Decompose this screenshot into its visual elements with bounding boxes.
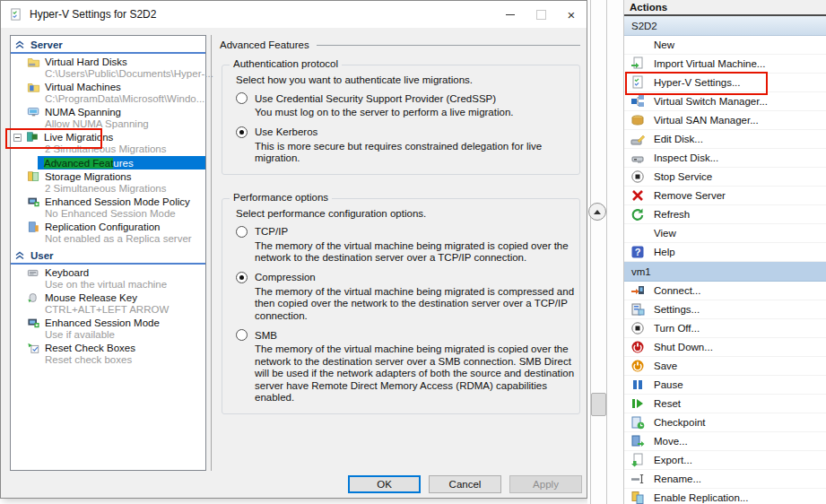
- radio-checked-icon[interactable]: [236, 272, 248, 283]
- action-rename[interactable]: Rename...: [624, 470, 826, 489]
- radio-unchecked-icon[interactable]: [236, 92, 248, 104]
- radio-kerberos[interactable]: Use Kerberos: [236, 126, 570, 138]
- screen: { "window": { "title": "Hyper-V Settings…: [0, 0, 826, 504]
- action-stop-service[interactable]: Stop Service: [624, 168, 826, 187]
- close-button[interactable]: ×: [556, 2, 587, 28]
- inspect-disk-icon: [630, 151, 645, 165]
- action-settings[interactable]: Settings...: [624, 300, 826, 319]
- tree-item-label: NUMA Spanning: [45, 107, 121, 117]
- titlebar[interactable]: Hyper-V Settings for S2D2 ×: [1, 1, 587, 28]
- tree-item-sublabel: C:\ProgramData\Microsoft\Windo...: [11, 93, 205, 105]
- help-icon: ?: [630, 245, 645, 259]
- tree-item-virtual-machines[interactable]: Virtual Machines C:\ProgramData\Microsof…: [11, 81, 205, 105]
- action-shut-down[interactable]: Shut Down...: [624, 338, 826, 357]
- radio-checked-icon[interactable]: [236, 126, 248, 138]
- tree-item-advanced-features-selected[interactable]: Advanced Features: [38, 156, 205, 169]
- dialog-buttons: OK Cancel Apply: [348, 475, 582, 493]
- tree-item-replication-configuration[interactable]: Replication Configuration Not enabled as…: [11, 221, 205, 245]
- action-label: Pause: [654, 379, 683, 390]
- action-label: Remove Server: [654, 190, 726, 201]
- radio-description: The memory of the virtual machine being …: [255, 240, 585, 265]
- blank-icon: [630, 226, 645, 240]
- tree-item-reset-check-boxes[interactable]: Reset Check Boxes Reset check boxes: [11, 342, 205, 366]
- action-move[interactable]: Move...: [624, 432, 826, 451]
- numa-spanning-icon: [27, 106, 40, 118]
- tree-item-mouse-release-key[interactable]: Mouse Release Key CTRL+ALT+LEFT ARROW: [11, 291, 205, 316]
- collapse-expander-icon[interactable]: [13, 134, 22, 142]
- action-edit-disk[interactable]: Edit Disk...: [624, 130, 826, 149]
- tree-item-numa-spanning[interactable]: NUMA Spanning Allow NUMA Spanning: [11, 106, 205, 130]
- ok-button[interactable]: OK: [348, 475, 421, 493]
- cancel-button[interactable]: Cancel: [429, 475, 501, 493]
- action-inspect-disk[interactable]: Inspect Disk...: [624, 149, 826, 168]
- tree-item-label: Live Migrations: [44, 132, 113, 143]
- action-new[interactable]: New: [624, 36, 826, 55]
- dialog-body: Server Virtual Hard Disks C:\Users\Publi…: [1, 28, 587, 498]
- action-label: Rename...: [654, 474, 701, 484]
- action-virtual-san-manager[interactable]: Virtual SAN Manager...: [624, 111, 826, 130]
- panel-title: Advanced Features: [220, 39, 309, 50]
- action-help-s2d2[interactable]: ? Help: [624, 243, 826, 262]
- tree-item-storage-migrations[interactable]: Storage Migrations 2 Simultaneous Migrat…: [11, 170, 205, 195]
- minimize-button[interactable]: [495, 2, 526, 28]
- action-pause[interactable]: Pause: [624, 376, 826, 395]
- action-reset[interactable]: Reset: [624, 395, 826, 413]
- tree-item-virtual-hard-disks[interactable]: Virtual Hard Disks C:\Users\Public\Docum…: [11, 56, 205, 80]
- keyboard-icon: [27, 266, 40, 279]
- tree-item-sublabel: C:\Users\Public\Documents\Hyper-...: [11, 68, 205, 80]
- action-connect[interactable]: Connect...: [624, 282, 826, 300]
- action-import-virtual-machine[interactable]: Import Virtual Machine...: [624, 55, 826, 74]
- tree-item-live-migrations[interactable]: Live Migrations 2 Simultaneous Migration…: [11, 131, 205, 155]
- radio-unchecked-icon[interactable]: [236, 226, 248, 238]
- action-refresh[interactable]: Refresh: [624, 205, 826, 224]
- radio-tcpip[interactable]: TCP/IP: [236, 226, 570, 238]
- virtual-machines-icon: [27, 81, 40, 93]
- tree-item-enhanced-session-mode-policy[interactable]: Enhanced Session Mode Policy No Enhanced…: [11, 196, 205, 220]
- group-legend: Authentication protocol: [230, 58, 342, 69]
- action-enable-replication[interactable]: Enable Replication...: [624, 489, 826, 504]
- action-checkpoint[interactable]: Checkpoint: [624, 413, 826, 432]
- radio-smb[interactable]: SMB: [236, 329, 570, 341]
- vm-settings-icon: [630, 302, 645, 317]
- hyperv-settings-icon: [630, 75, 645, 90]
- action-export[interactable]: Export...: [624, 451, 826, 470]
- tree-section-user[interactable]: User: [11, 248, 205, 265]
- divider: [606, 0, 607, 504]
- tree-item-keyboard[interactable]: Keyboard Use on the virtual machine: [11, 266, 205, 291]
- action-virtual-switch-manager[interactable]: Virtual Switch Manager...: [624, 92, 826, 111]
- radio-credssp[interactable]: Use Credential Security Support Provider…: [236, 92, 570, 104]
- actions-group-vm1[interactable]: vm1: [624, 262, 826, 282]
- enhanced-session-mode-icon: [27, 317, 40, 329]
- storage-migrations-icon: [27, 170, 40, 183]
- action-view[interactable]: View: [624, 224, 826, 243]
- action-save[interactable]: Save: [624, 357, 826, 376]
- reset-icon: [630, 396, 645, 411]
- action-label: Connect...: [654, 285, 700, 296]
- action-label: New: [654, 39, 674, 50]
- shut-down-icon: [630, 340, 645, 354]
- action-label: View: [654, 228, 676, 239]
- svg-text:?: ?: [635, 247, 641, 257]
- tree-section-server[interactable]: Server: [11, 38, 205, 54]
- turn-off-icon: [630, 321, 645, 335]
- action-remove-server[interactable]: Remove Server: [624, 187, 826, 205]
- close-icon: ×: [568, 8, 576, 22]
- panel-divider: [211, 35, 212, 471]
- radio-compression[interactable]: Compression: [236, 272, 570, 283]
- actions-group-s2d2[interactable]: S2D2: [624, 16, 826, 36]
- action-hyperv-settings[interactable]: Hyper-V Settings...: [624, 74, 826, 92]
- scroll-up-button[interactable]: [588, 203, 606, 221]
- radio-description: The memory of the virtual machine being …: [255, 343, 585, 404]
- tree-item-sublabel: Use on the virtual machine: [11, 279, 205, 291]
- tree-item-enhanced-session-mode[interactable]: Enhanced Session Mode Use if available: [11, 317, 205, 341]
- radio-unchecked-icon[interactable]: [236, 329, 248, 341]
- radio-description: You must log on to the server to perform…: [255, 107, 585, 119]
- live-migrations-icon: [26, 131, 39, 143]
- action-turn-off[interactable]: Turn Off...: [624, 319, 826, 338]
- group-intro: Select performance configuration options…: [236, 208, 570, 219]
- performance-options-group: Performance options Select performance c…: [222, 198, 580, 414]
- scrollbar-thumb[interactable]: [591, 393, 606, 416]
- tree-item-label: Mouse Release Key: [45, 292, 137, 303]
- divider: [590, 0, 591, 504]
- action-label: Shut Down...: [654, 342, 713, 352]
